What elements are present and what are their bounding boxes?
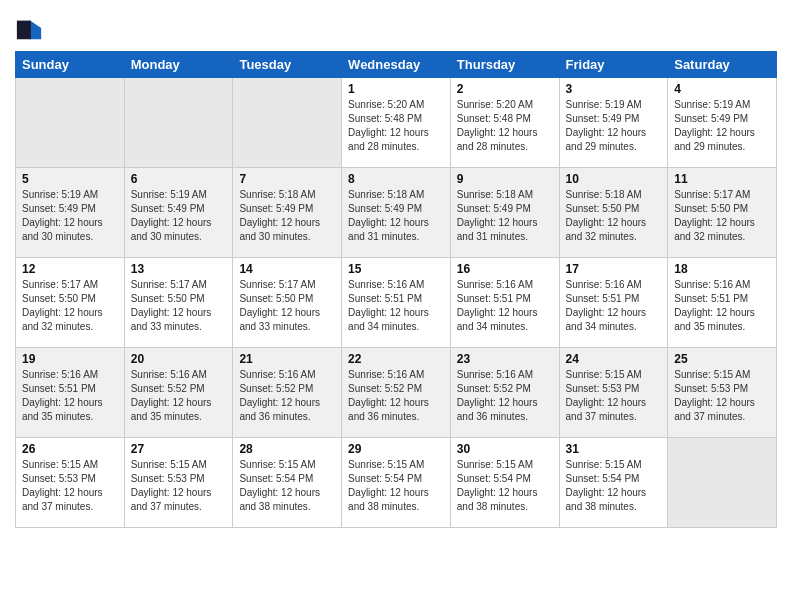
day-info: Sunrise: 5:17 AM Sunset: 5:50 PM Dayligh…: [22, 278, 118, 334]
day-info: Sunrise: 5:16 AM Sunset: 5:51 PM Dayligh…: [348, 278, 444, 334]
calendar-week-row: 19Sunrise: 5:16 AM Sunset: 5:51 PM Dayli…: [16, 348, 777, 438]
day-info: Sunrise: 5:19 AM Sunset: 5:49 PM Dayligh…: [674, 98, 770, 154]
calendar-cell: [124, 78, 233, 168]
day-number: 30: [457, 442, 553, 456]
day-info: Sunrise: 5:16 AM Sunset: 5:51 PM Dayligh…: [674, 278, 770, 334]
day-number: 31: [566, 442, 662, 456]
calendar-cell: 25Sunrise: 5:15 AM Sunset: 5:53 PM Dayli…: [668, 348, 777, 438]
day-info: Sunrise: 5:16 AM Sunset: 5:51 PM Dayligh…: [457, 278, 553, 334]
day-info: Sunrise: 5:15 AM Sunset: 5:53 PM Dayligh…: [674, 368, 770, 424]
day-number: 20: [131, 352, 227, 366]
calendar-cell: 28Sunrise: 5:15 AM Sunset: 5:54 PM Dayli…: [233, 438, 342, 528]
day-info: Sunrise: 5:16 AM Sunset: 5:52 PM Dayligh…: [457, 368, 553, 424]
weekday-header: Monday: [124, 52, 233, 78]
day-number: 9: [457, 172, 553, 186]
day-info: Sunrise: 5:16 AM Sunset: 5:52 PM Dayligh…: [131, 368, 227, 424]
day-number: 27: [131, 442, 227, 456]
logo: [15, 15, 49, 43]
day-info: Sunrise: 5:18 AM Sunset: 5:49 PM Dayligh…: [239, 188, 335, 244]
calendar-cell: 24Sunrise: 5:15 AM Sunset: 5:53 PM Dayli…: [559, 348, 668, 438]
calendar-cell: 30Sunrise: 5:15 AM Sunset: 5:54 PM Dayli…: [450, 438, 559, 528]
calendar-cell: 7Sunrise: 5:18 AM Sunset: 5:49 PM Daylig…: [233, 168, 342, 258]
weekday-header: Tuesday: [233, 52, 342, 78]
day-number: 29: [348, 442, 444, 456]
calendar-week-row: 12Sunrise: 5:17 AM Sunset: 5:50 PM Dayli…: [16, 258, 777, 348]
day-info: Sunrise: 5:18 AM Sunset: 5:50 PM Dayligh…: [566, 188, 662, 244]
calendar-cell: 2Sunrise: 5:20 AM Sunset: 5:48 PM Daylig…: [450, 78, 559, 168]
day-info: Sunrise: 5:16 AM Sunset: 5:52 PM Dayligh…: [239, 368, 335, 424]
calendar-week-row: 5Sunrise: 5:19 AM Sunset: 5:49 PM Daylig…: [16, 168, 777, 258]
day-number: 12: [22, 262, 118, 276]
day-number: 14: [239, 262, 335, 276]
day-number: 10: [566, 172, 662, 186]
weekday-header: Thursday: [450, 52, 559, 78]
day-info: Sunrise: 5:16 AM Sunset: 5:51 PM Dayligh…: [566, 278, 662, 334]
day-info: Sunrise: 5:18 AM Sunset: 5:49 PM Dayligh…: [348, 188, 444, 244]
calendar-cell: 19Sunrise: 5:16 AM Sunset: 5:51 PM Dayli…: [16, 348, 125, 438]
day-info: Sunrise: 5:19 AM Sunset: 5:49 PM Dayligh…: [566, 98, 662, 154]
calendar-cell: 15Sunrise: 5:16 AM Sunset: 5:51 PM Dayli…: [342, 258, 451, 348]
calendar-cell: 22Sunrise: 5:16 AM Sunset: 5:52 PM Dayli…: [342, 348, 451, 438]
day-number: 2: [457, 82, 553, 96]
calendar-table: SundayMondayTuesdayWednesdayThursdayFrid…: [15, 51, 777, 528]
calendar-cell: 11Sunrise: 5:17 AM Sunset: 5:50 PM Dayli…: [668, 168, 777, 258]
day-info: Sunrise: 5:20 AM Sunset: 5:48 PM Dayligh…: [457, 98, 553, 154]
day-info: Sunrise: 5:15 AM Sunset: 5:54 PM Dayligh…: [566, 458, 662, 514]
day-number: 6: [131, 172, 227, 186]
calendar-week-row: 26Sunrise: 5:15 AM Sunset: 5:53 PM Dayli…: [16, 438, 777, 528]
day-info: Sunrise: 5:18 AM Sunset: 5:49 PM Dayligh…: [457, 188, 553, 244]
weekday-header: Friday: [559, 52, 668, 78]
day-number: 23: [457, 352, 553, 366]
calendar-cell: 10Sunrise: 5:18 AM Sunset: 5:50 PM Dayli…: [559, 168, 668, 258]
calendar-cell: 13Sunrise: 5:17 AM Sunset: 5:50 PM Dayli…: [124, 258, 233, 348]
calendar-cell: 18Sunrise: 5:16 AM Sunset: 5:51 PM Dayli…: [668, 258, 777, 348]
calendar-cell: [233, 78, 342, 168]
calendar-cell: 14Sunrise: 5:17 AM Sunset: 5:50 PM Dayli…: [233, 258, 342, 348]
calendar-cell: 29Sunrise: 5:15 AM Sunset: 5:54 PM Dayli…: [342, 438, 451, 528]
day-number: 22: [348, 352, 444, 366]
calendar-cell: 20Sunrise: 5:16 AM Sunset: 5:52 PM Dayli…: [124, 348, 233, 438]
day-info: Sunrise: 5:15 AM Sunset: 5:53 PM Dayligh…: [22, 458, 118, 514]
day-info: Sunrise: 5:19 AM Sunset: 5:49 PM Dayligh…: [131, 188, 227, 244]
day-number: 11: [674, 172, 770, 186]
calendar-cell: 26Sunrise: 5:15 AM Sunset: 5:53 PM Dayli…: [16, 438, 125, 528]
day-number: 19: [22, 352, 118, 366]
day-number: 26: [22, 442, 118, 456]
weekday-header: Saturday: [668, 52, 777, 78]
calendar-header-row: SundayMondayTuesdayWednesdayThursdayFrid…: [16, 52, 777, 78]
calendar-cell: 6Sunrise: 5:19 AM Sunset: 5:49 PM Daylig…: [124, 168, 233, 258]
day-info: Sunrise: 5:15 AM Sunset: 5:53 PM Dayligh…: [131, 458, 227, 514]
day-number: 8: [348, 172, 444, 186]
calendar-cell: 8Sunrise: 5:18 AM Sunset: 5:49 PM Daylig…: [342, 168, 451, 258]
calendar-cell: 23Sunrise: 5:16 AM Sunset: 5:52 PM Dayli…: [450, 348, 559, 438]
day-number: 21: [239, 352, 335, 366]
day-info: Sunrise: 5:17 AM Sunset: 5:50 PM Dayligh…: [239, 278, 335, 334]
calendar-cell: 27Sunrise: 5:15 AM Sunset: 5:53 PM Dayli…: [124, 438, 233, 528]
weekday-header: Sunday: [16, 52, 125, 78]
day-info: Sunrise: 5:16 AM Sunset: 5:52 PM Dayligh…: [348, 368, 444, 424]
calendar-cell: 1Sunrise: 5:20 AM Sunset: 5:48 PM Daylig…: [342, 78, 451, 168]
day-info: Sunrise: 5:15 AM Sunset: 5:54 PM Dayligh…: [239, 458, 335, 514]
calendar-cell: [668, 438, 777, 528]
day-number: 25: [674, 352, 770, 366]
day-info: Sunrise: 5:15 AM Sunset: 5:53 PM Dayligh…: [566, 368, 662, 424]
day-number: 28: [239, 442, 335, 456]
day-info: Sunrise: 5:17 AM Sunset: 5:50 PM Dayligh…: [674, 188, 770, 244]
calendar-cell: 31Sunrise: 5:15 AM Sunset: 5:54 PM Dayli…: [559, 438, 668, 528]
svg-rect-2: [17, 21, 31, 40]
logo-icon: [15, 15, 43, 43]
day-number: 18: [674, 262, 770, 276]
day-number: 24: [566, 352, 662, 366]
day-number: 4: [674, 82, 770, 96]
calendar-cell: [16, 78, 125, 168]
weekday-header: Wednesday: [342, 52, 451, 78]
day-info: Sunrise: 5:15 AM Sunset: 5:54 PM Dayligh…: [457, 458, 553, 514]
calendar-cell: 16Sunrise: 5:16 AM Sunset: 5:51 PM Dayli…: [450, 258, 559, 348]
calendar-cell: 12Sunrise: 5:17 AM Sunset: 5:50 PM Dayli…: [16, 258, 125, 348]
page-header: [15, 15, 777, 43]
day-info: Sunrise: 5:16 AM Sunset: 5:51 PM Dayligh…: [22, 368, 118, 424]
day-info: Sunrise: 5:17 AM Sunset: 5:50 PM Dayligh…: [131, 278, 227, 334]
calendar-cell: 4Sunrise: 5:19 AM Sunset: 5:49 PM Daylig…: [668, 78, 777, 168]
calendar-body: 1Sunrise: 5:20 AM Sunset: 5:48 PM Daylig…: [16, 78, 777, 528]
day-number: 15: [348, 262, 444, 276]
